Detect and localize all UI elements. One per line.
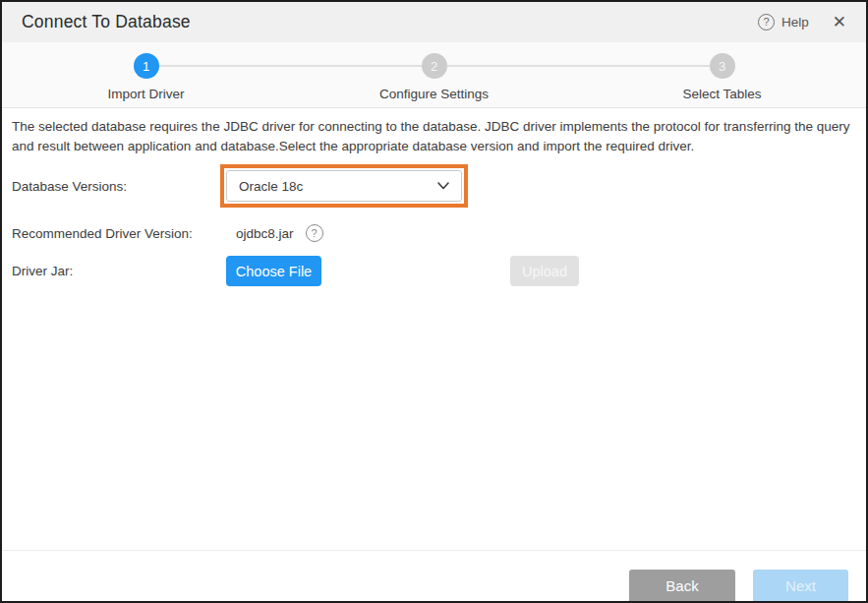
step-configure-settings[interactable]: 2 Configure Settings: [290, 42, 578, 107]
help-label: Help: [781, 15, 809, 30]
recommended-driver-value: ojdbc8.jar: [236, 226, 294, 241]
database-versions-selected-value: Oracle 18c: [239, 179, 437, 194]
recommended-driver-label: Recommended Driver Version:: [12, 226, 220, 241]
dialog-content: The selected database requires the JDBC …: [2, 108, 866, 286]
database-versions-row: Database Versions: Oracle 18c: [12, 164, 856, 208]
step-2-label: Configure Settings: [379, 87, 489, 101]
database-versions-select[interactable]: Oracle 18c: [226, 170, 462, 202]
wizard-stepper: 1 Import Driver 2 Configure Settings 3 S…: [2, 42, 866, 108]
dialog-titlebar: Connect To Database ? Help ✕: [2, 2, 866, 42]
choose-file-button[interactable]: Choose File: [226, 256, 321, 286]
dialog-footer: Back Next: [2, 550, 866, 601]
driver-jar-label: Driver Jar:: [12, 264, 220, 278]
next-button[interactable]: Next: [753, 570, 848, 601]
jdbc-description-text: The selected database requires the JDBC …: [12, 117, 856, 156]
driver-info-icon[interactable]: ?: [306, 224, 323, 242]
database-versions-label: Database Versions:: [12, 179, 220, 194]
help-button[interactable]: ? Help: [758, 14, 809, 30]
step-3-circle: 3: [710, 53, 735, 79]
database-versions-highlight-box: Oracle 18c: [220, 164, 468, 208]
dialog-title: Connect To Database: [22, 12, 191, 32]
step-1-circle: 1: [134, 53, 159, 79]
step-3-label: Select Tables: [682, 87, 761, 101]
step-1-label: Import Driver: [107, 87, 184, 101]
step-2-circle: 2: [422, 53, 447, 79]
step-select-tables[interactable]: 3 Select Tables: [578, 42, 866, 107]
chevron-down-icon: [437, 182, 449, 190]
connect-to-database-dialog: Connect To Database ? Help ✕ 1 Import Dr…: [0, 0, 868, 603]
recommended-driver-row: Recommended Driver Version: ojdbc8.jar ?: [12, 224, 856, 242]
step-import-driver[interactable]: 1 Import Driver: [2, 42, 290, 107]
driver-jar-row: Driver Jar: Choose File Upload: [12, 256, 856, 286]
help-circle-icon: ?: [758, 14, 775, 30]
close-icon[interactable]: ✕: [833, 14, 846, 30]
back-button[interactable]: Back: [629, 570, 735, 601]
recommended-driver-value-group: ojdbc8.jar ?: [236, 224, 323, 242]
upload-button[interactable]: Upload: [510, 256, 579, 286]
